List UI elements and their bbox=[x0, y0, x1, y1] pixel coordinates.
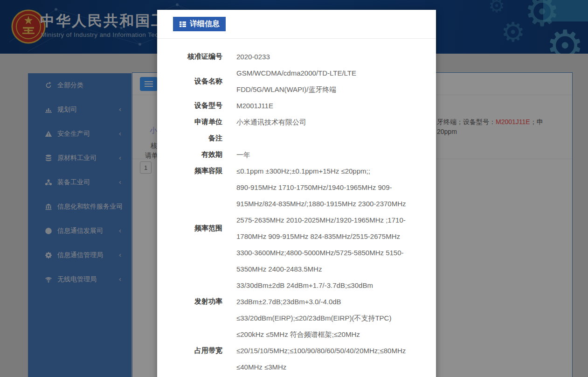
detail-row: 备注 bbox=[157, 130, 436, 147]
detail-field-label: 申请单位 bbox=[157, 118, 222, 126]
detail-row: 设备型号M2001J11E bbox=[157, 98, 436, 114]
modal-header: 详细信息 bbox=[157, 10, 436, 38]
detail-field-label: 频率容限 bbox=[157, 167, 222, 175]
detail-row: 设备名称GSM/WCDMA/cdma2000/TD-LTE/LTEFDD/5G/… bbox=[157, 65, 436, 98]
detail-list-icon bbox=[179, 21, 187, 28]
detail-row: 核准证编号2020-0233 bbox=[157, 49, 436, 65]
detail-row: 申请单位小米通讯技术有限公司 bbox=[157, 114, 436, 130]
detail-info-modal: 详细信息 核准证编号2020-0233设备名称GSM/WCDMA/cdma200… bbox=[157, 10, 436, 377]
detail-field-value: 一年 bbox=[236, 147, 425, 163]
detail-field-label: 发射功率 bbox=[157, 297, 222, 306]
detail-field-label: 有效期 bbox=[157, 150, 222, 159]
detail-field-value: ≤200kHz ≤5MHz 符合频谱框架;≤20MHz≤20/15/10/5MH… bbox=[236, 326, 425, 375]
detail-field-label: 核准证编号 bbox=[157, 52, 222, 61]
detail-row: 占用带宽≤200kHz ≤5MHz 符合频谱框架;≤20MHz≤20/15/10… bbox=[157, 326, 436, 375]
detail-field-value bbox=[236, 130, 425, 147]
detail-field-value: ≤0.1ppm ±300Hz;±0.1ppm+15Hz ≤20ppm;; bbox=[236, 163, 425, 179]
detail-field-label: 频率范围 bbox=[157, 224, 222, 233]
detail-row: 有效期一年 bbox=[157, 147, 436, 163]
detail-field-value: M2001J11E bbox=[236, 98, 425, 114]
detail-field-label: 占用带宽 bbox=[157, 346, 222, 355]
detail-field-value: 33/30dBm±2dB 24dBm+1.7/-3.7dB;≤30dBm23dB… bbox=[236, 277, 425, 326]
detail-field-value: 2020-0233 bbox=[236, 49, 425, 65]
modal-title: 详细信息 bbox=[190, 19, 220, 29]
detail-field-value: GSM/WCDMA/cdma2000/TD-LTE/LTEFDD/5G/WLAN… bbox=[236, 65, 425, 98]
modal-title-badge: 详细信息 bbox=[173, 17, 226, 31]
detail-field-label: 备注 bbox=[157, 134, 222, 143]
detail-row: 发射功率33/30dBm±2dB 24dBm+1.7/-3.7dB;≤30dBm… bbox=[157, 277, 436, 326]
detail-table: 核准证编号2020-0233设备名称GSM/WCDMA/cdma2000/TD-… bbox=[157, 39, 436, 375]
detail-field-label: 设备型号 bbox=[157, 101, 222, 110]
detail-row: 频率容限≤0.1ppm ±300Hz;±0.1ppm+15Hz ≤20ppm;; bbox=[157, 163, 436, 179]
detail-field-value: 小米通讯技术有限公司 bbox=[236, 114, 425, 130]
detail-row: 频率范围890-915MHz 1710-1750MHz/1940-1965MHz… bbox=[157, 179, 436, 277]
detail-field-value: 890-915MHz 1710-1750MHz/1940-1965MHz 909… bbox=[236, 179, 425, 277]
detail-field-label: 设备名称 bbox=[157, 77, 222, 86]
